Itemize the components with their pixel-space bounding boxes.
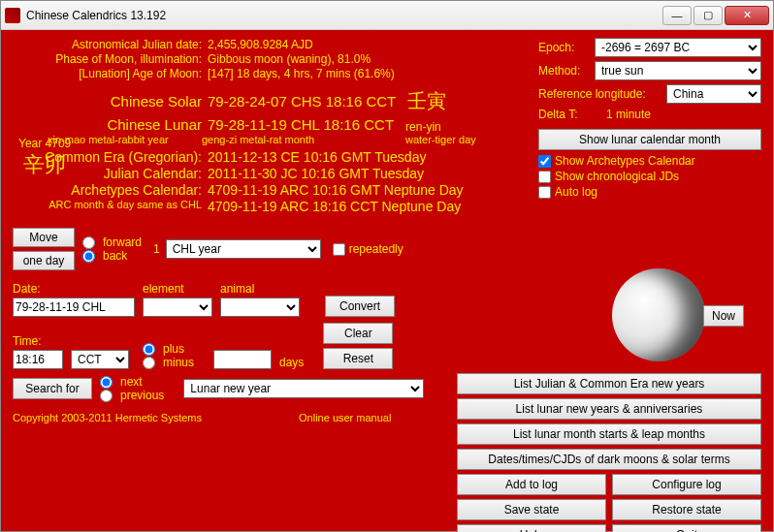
forward-radio[interactable]: forward (82, 235, 142, 249)
sub-month: geng-zi metal-rat month (202, 134, 405, 145)
year-number: Year 4709 (18, 137, 71, 150)
age-value: [147] 18 days, 4 hrs, 7 mins (61.6%) (208, 67, 395, 80)
add-to-log-button[interactable]: Add to log (457, 474, 606, 495)
days-label: days (279, 356, 304, 369)
minimize-button[interactable]: — (662, 6, 692, 25)
convert-button[interactable]: Convert (325, 296, 395, 317)
restore-state-button[interactable]: Restore state (612, 499, 761, 520)
chinese-solar-label: Chinese Solar (13, 93, 202, 110)
chinese-lunar-value: 79-28-11-19 CHL 18:16 CCT (208, 116, 394, 133)
date-input[interactable] (13, 297, 135, 317)
quit-button[interactable]: Quit (612, 524, 761, 532)
auto-log-checkbox[interactable]: Auto log (538, 185, 761, 199)
show-chrono-jds-checkbox[interactable]: Show chronological JDs (538, 170, 761, 183)
ajd-label: Astronomical Julian date: (13, 38, 202, 51)
close-button[interactable]: ✕ (725, 6, 769, 25)
move-count: 1 (153, 242, 160, 256)
arc2-label: ARC month & day same as CHL (13, 199, 202, 214)
save-state-button[interactable]: Save state (457, 499, 606, 520)
time-label: Time: (13, 334, 63, 348)
year-stack: Year 4709 辛卯 (18, 137, 71, 179)
clear-button[interactable]: Clear (323, 323, 393, 344)
manual-link[interactable]: Online user manual (299, 412, 391, 423)
list-lunar-newyears-button[interactable]: List lunar new years & anniversaries (457, 398, 761, 420)
reset-button[interactable]: Reset (323, 348, 393, 369)
now-button[interactable]: Now (703, 305, 744, 327)
phase-label: Phase of Moon, illumination: (13, 52, 202, 66)
arc-label: Archetypes Calendar: (13, 182, 202, 198)
time-input[interactable] (13, 350, 63, 369)
dates-darkmoons-button[interactable]: Dates/times/CJDs of dark moons & solar t… (457, 449, 761, 470)
window-title: Chinese Calendrics 13.192 (26, 9, 166, 22)
repeatedly-checkbox[interactable]: repeatedly (333, 242, 403, 256)
method-label: Method: (538, 64, 595, 78)
deltat-label: Delta T: (538, 108, 606, 121)
previous-radio[interactable]: previous (100, 389, 164, 402)
ce-value: 2011-12-13 CE 10:16 GMT Tuesday (208, 149, 426, 165)
plus-radio[interactable]: plus (143, 342, 194, 356)
element-select[interactable] (143, 297, 212, 317)
move-unit-select[interactable]: CHL year (166, 239, 321, 259)
copyright-label: Copyright 2003-2011 Hermetic Systems (13, 412, 202, 423)
age-label: [Lunation] Age of Moon: (13, 67, 202, 80)
search-target-select[interactable]: Lunar new year (183, 379, 424, 398)
search-button[interactable]: Search for (13, 378, 92, 399)
tz-select[interactable]: CCT (71, 350, 129, 369)
help-button[interactable]: Help (457, 524, 606, 532)
arc2-value: 4709-11-19 ARC 18:16 CCT Neptune Day (208, 199, 461, 214)
epoch-select[interactable]: -2696 = 2697 BC (595, 38, 761, 57)
solar-hanzi: 壬寅 (407, 88, 446, 114)
date-label: Date: (13, 282, 135, 296)
chinese-lunar-label: Chinese Lunar (13, 116, 202, 133)
lunar-pinyin: ren-yin (405, 120, 441, 134)
animal-label: animal (220, 282, 300, 296)
ajd-value: 2,455,908.9284 AJD (208, 38, 313, 51)
list-lunar-months-button[interactable]: List lunar month starts & leap months (457, 423, 761, 445)
show-lunar-month-button[interactable]: Show lunar calendar month (538, 129, 761, 150)
days-input[interactable] (213, 350, 272, 369)
deltat-value: 1 minute (606, 108, 651, 121)
show-archetypes-checkbox[interactable]: Show Archetypes Calendar (538, 154, 761, 168)
configure-log-button[interactable]: Configure log (612, 474, 761, 495)
arc-value: 4709-11-19 ARC 10:16 GMT Neptune Day (208, 182, 464, 198)
chinese-solar-value: 79-28-24-07 CHS 18:16 CCT (208, 93, 396, 110)
reflong-label: Reference longitude: (538, 87, 666, 101)
maximize-button[interactable]: ▢ (693, 6, 723, 25)
epoch-label: Epoch: (538, 41, 595, 54)
moon-image (612, 268, 705, 361)
phase-value: Gibbous moon (waning), 81.0% (208, 52, 371, 66)
method-select[interactable]: true sun (595, 61, 761, 80)
sub-day: water-tiger day (405, 134, 522, 145)
app-icon (5, 8, 20, 23)
move-button[interactable]: Move (13, 228, 75, 247)
minus-radio[interactable]: minus (143, 356, 194, 369)
jc-value: 2011-11-30 JC 10:16 GMT Tuesday (208, 166, 424, 181)
one-day-button[interactable]: one day (13, 251, 75, 270)
titlebar: Chinese Calendrics 13.192 — ▢ ✕ (1, 1, 773, 30)
reflong-select[interactable]: China (666, 84, 761, 104)
element-label: element (143, 282, 212, 296)
list-julian-button[interactable]: List Julian & Common Era new years (457, 373, 761, 394)
back-radio[interactable]: back (82, 249, 142, 263)
animal-select[interactable] (220, 297, 300, 317)
year-hanzi: 辛卯 (18, 150, 71, 179)
next-radio[interactable]: next (100, 375, 164, 389)
